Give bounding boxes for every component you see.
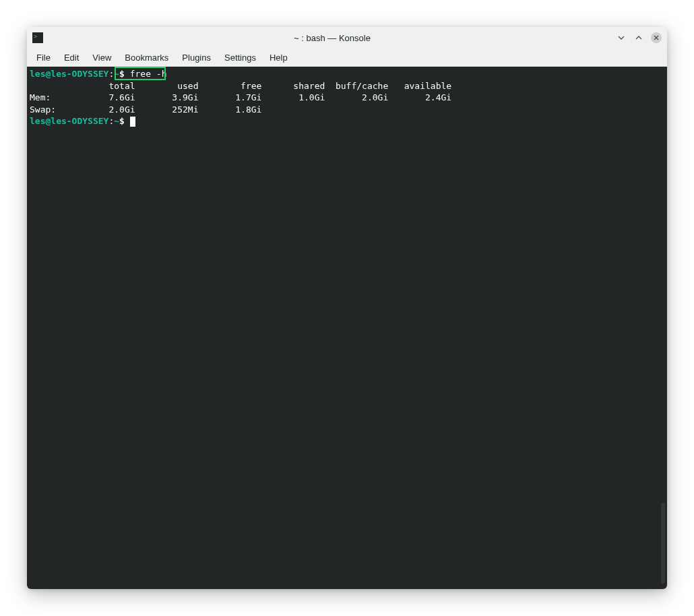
window-controls: [616, 32, 662, 43]
menu-settings[interactable]: Settings: [218, 50, 263, 65]
prompt2-dollar: $: [119, 116, 130, 126]
menu-bookmarks[interactable]: Bookmarks: [118, 50, 175, 65]
minimize-button[interactable]: [616, 32, 627, 43]
output-row-1: Swap: 2.0Gi 252Mi 1.8Gi: [30, 104, 451, 115]
menu-view[interactable]: View: [86, 50, 118, 65]
prompt-dollar: $: [119, 69, 130, 79]
output-header: total used free shared buff/cache availa…: [30, 81, 451, 91]
terminal-area[interactable]: les@les-ODYSSEY:~$ free -h total used fr…: [27, 67, 667, 589]
menu-file[interactable]: File: [30, 50, 57, 65]
prompt-user-host: les@les-ODYSSEY: [30, 69, 108, 79]
output-row-0: Mem: 7.6Gi 3.9Gi 1.7Gi 1.0Gi 2.0Gi 2.4Gi: [30, 92, 451, 102]
konsole-window: ~ : bash — Konsole File Edit View Bookma…: [27, 27, 667, 589]
menu-edit[interactable]: Edit: [57, 50, 86, 65]
command-text: free -h: [130, 69, 167, 79]
menu-plugins[interactable]: Plugins: [175, 50, 218, 65]
prompt-path: ~: [114, 69, 119, 79]
menu-help[interactable]: Help: [263, 50, 294, 65]
menubar: File Edit View Bookmarks Plugins Setting…: [27, 49, 667, 67]
maximize-button[interactable]: [633, 32, 644, 43]
terminal-cursor: [130, 117, 135, 127]
prompt2-user-host: les@les-ODYSSEY: [30, 116, 108, 126]
app-icon: [32, 32, 43, 43]
prompt2-path: ~: [114, 116, 119, 126]
window-title: ~ : bash — Konsole: [49, 33, 616, 43]
scrollbar[interactable]: [661, 503, 665, 584]
close-button[interactable]: [651, 32, 662, 43]
titlebar[interactable]: ~ : bash — Konsole: [27, 27, 667, 49]
